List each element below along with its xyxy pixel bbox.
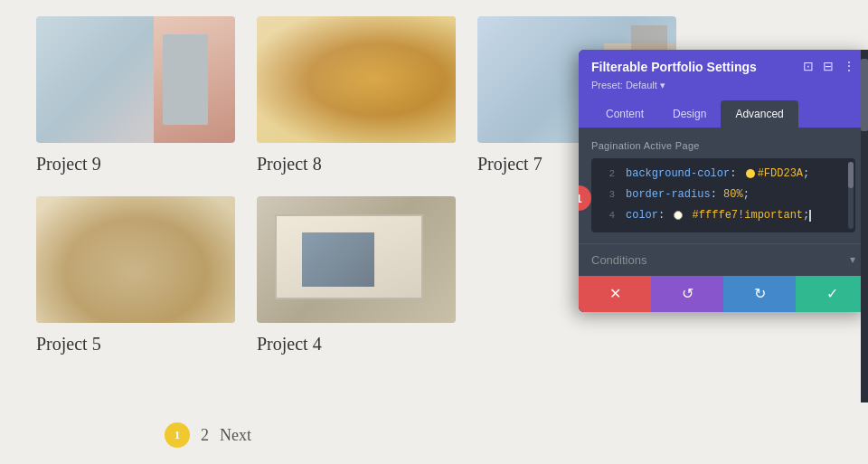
settings-preset[interactable]: Preset: Default ▾: [591, 80, 855, 91]
panel-scrollbar[interactable]: [861, 50, 868, 402]
settings-title-row: Filterable Portfolio Settings ⊡ ⊟ ⋮: [591, 59, 855, 74]
css-value: #FDD23A: [758, 167, 803, 180]
action-buttons: ✕ ↺ ↻ ✓: [579, 276, 868, 312]
pagination-next[interactable]: Next: [220, 426, 251, 445]
project-title: Project 4: [257, 334, 456, 355]
project-image: [36, 196, 235, 323]
settings-tabs: Content Design Advanced: [591, 100, 855, 128]
line-content: border-radius: 80%;: [626, 186, 750, 204]
line-number: 2: [599, 166, 615, 183]
project-image: [257, 196, 456, 323]
tab-content[interactable]: Content: [591, 100, 658, 128]
css-property: background-color: [626, 167, 730, 180]
cancel-button[interactable]: ✕: [579, 276, 651, 312]
css-property: border-radius: [626, 188, 711, 201]
list-item[interactable]: Project 4: [257, 196, 456, 355]
settings-body: Pagination Active Page 2 background-colo…: [579, 128, 868, 312]
project-title: Project 5: [36, 334, 235, 355]
undo-button[interactable]: ↺: [651, 276, 723, 312]
project-title: Project 8: [257, 154, 456, 175]
settings-title: Filterable Portfolio Settings: [591, 60, 757, 74]
color-swatch: [746, 169, 755, 178]
project-image: [257, 16, 456, 143]
scrollbar-thumb: [861, 59, 868, 131]
pagination: 1 2 Next: [0, 422, 416, 448]
pagination-page-2[interactable]: 2: [201, 426, 209, 445]
redo-button[interactable]: ↻: [723, 276, 796, 312]
code-scrollbar[interactable]: [848, 162, 854, 229]
project-title: Project 9: [36, 154, 235, 175]
line-number: 3: [599, 187, 615, 204]
code-line-3: 3 border-radius: 80%;: [591, 185, 855, 205]
code-line-4: 4 color: #ffffe7!important;: [591, 205, 855, 226]
line-content: background-color: #FDD23A;: [626, 166, 809, 183]
settings-panel: 1 Filterable Portfolio Settings ⊡ ⊟ ⋮ Pr…: [579, 50, 868, 312]
project-image: [36, 16, 235, 143]
tab-advanced[interactable]: Advanced: [721, 100, 797, 128]
css-value: #ffffe7!important: [685, 209, 803, 222]
line-content: color: #ffffe7!important;: [626, 207, 811, 224]
line-number: 4: [599, 208, 615, 224]
code-editor[interactable]: 2 background-color: #FDD23A; 3 border-ra…: [591, 158, 855, 232]
list-item[interactable]: Project 8: [257, 16, 456, 175]
more-icon[interactable]: ⋮: [843, 59, 855, 74]
layout-icon[interactable]: ⊟: [823, 59, 834, 74]
scrollbar-thumb: [848, 162, 854, 188]
conditions-label: Conditions: [591, 253, 646, 267]
settings-header: Filterable Portfolio Settings ⊡ ⊟ ⋮ Pres…: [579, 50, 868, 128]
css-property: color: [626, 209, 658, 222]
settings-icons: ⊡ ⊟ ⋮: [803, 59, 855, 74]
cursor: [809, 210, 811, 222]
list-item[interactable]: Project 9: [36, 16, 235, 175]
tab-design[interactable]: Design: [658, 100, 721, 128]
screen-icon[interactable]: ⊡: [803, 59, 814, 74]
save-button[interactable]: ✓: [796, 276, 868, 312]
section-label: Pagination Active Page: [591, 140, 855, 151]
color-swatch: [674, 211, 683, 220]
list-item[interactable]: Project 5: [36, 196, 235, 355]
pagination-active-badge[interactable]: 1: [165, 422, 190, 448]
code-line-2: 2 background-color: #FDD23A;: [591, 164, 855, 185]
conditions-row[interactable]: Conditions ▾: [579, 243, 868, 276]
chevron-down-icon: ▾: [850, 253, 855, 267]
css-value: 80%: [723, 188, 743, 201]
